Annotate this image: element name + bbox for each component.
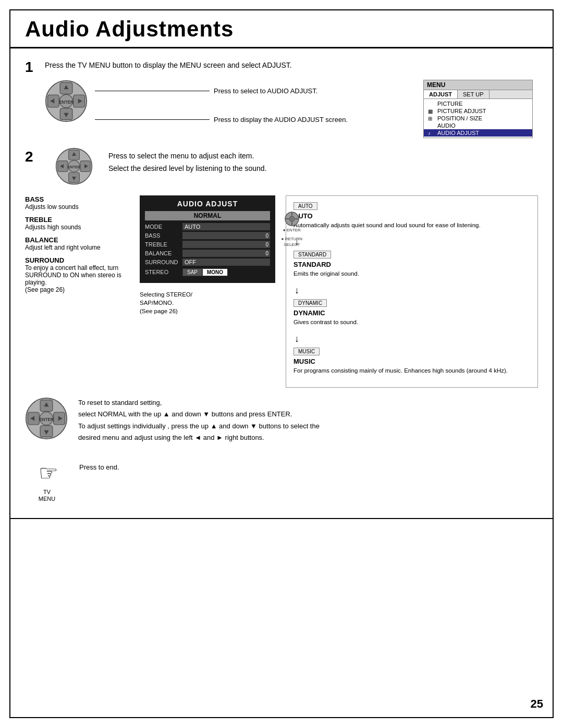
treble-label: TREBLE — [25, 216, 129, 224]
bass-label: BASS — [25, 195, 129, 203]
mode-auto-badge: AUTO — [293, 202, 317, 210]
dpad-step1: ENTER — [45, 80, 88, 122]
panel-note-line3: (See page 26) — [140, 307, 275, 315]
tv-menu-area: ☞ TVMENU — [35, 460, 58, 502]
panel-enter-label: ● ENTER — [283, 228, 301, 232]
dpad-step2: ENTER — [55, 147, 98, 190]
panel-bar-surround: OFF — [182, 258, 270, 266]
menu-items-list: PICTURE ▦ PICTURE ADJUST ⊞ POSITION / SI… — [424, 99, 532, 138]
section-step1: 1 Press the TV MENU button to display th… — [10, 58, 553, 144]
svg-text:ENTER: ENTER — [68, 165, 81, 169]
menu-item-position-size: ⊞ POSITION / SIZE — [424, 115, 532, 122]
menu-item-picture-adjust: ▦ PICTURE ADJUST — [424, 107, 532, 115]
mode-dynamic-name: DYNAMIC — [293, 309, 530, 317]
title-bar: Audio Adjustments — [10, 10, 553, 48]
step1-arrow2-text: Press to display the AUDIO ADJUST screen… — [214, 116, 348, 124]
step2-row: 2 ENTER Press to select th — [25, 147, 538, 190]
page-title: Audio Adjustments — [25, 17, 538, 42]
audio-adjust-panel: AUDIO ADJUST NORMAL MODE AUTO BASS 0 — [140, 195, 275, 283]
bottom-divider — [10, 518, 553, 519]
adj-treble: TREBLE Adjusts high sounds — [25, 216, 129, 231]
adj-balance: BALANCE Adjust left and right volume — [25, 236, 129, 251]
bottom-line1: To reset to standard setting, — [78, 397, 538, 409]
menu-title: MENU — [424, 80, 532, 90]
stereo-btn-sap[interactable]: SAP — [182, 268, 202, 276]
dpad-bottom: ENTER — [25, 397, 68, 440]
bottom-section: ENTER To reset to standard setting, sele… — [10, 388, 553, 443]
panel-note-line1: Selecting STEREO/ — [140, 290, 275, 299]
mode-standard: STANDARD STANDARD Emits the original sou… — [293, 250, 530, 278]
arrow-auto-standard: ↓ — [295, 237, 530, 248]
bass-desc: Adjusts low sounds — [25, 203, 129, 211]
menu-item-picture: PICTURE — [424, 100, 532, 107]
adj-surround: SURROUND To enjoy a concert hall effect,… — [25, 256, 129, 293]
panel-row-bass: BASS 0 — [145, 232, 270, 239]
mode-auto-desc: Automatically adjusts quiet sound and lo… — [293, 221, 530, 229]
bottom-line3: To adjust settings individually , press … — [78, 421, 538, 432]
menu-tab-adjust: ADJUST — [424, 90, 458, 98]
mode-dynamic-badge: DYNAMIC — [293, 299, 327, 307]
mode-music-badge: MUSIC — [293, 348, 320, 355]
menu-tab-setup: SET UP — [458, 90, 489, 98]
stereo-btn-mono[interactable]: MONO — [202, 268, 228, 276]
main-content: BASS Adjusts low sounds TREBLE Adjusts h… — [10, 195, 553, 388]
balance-desc: Adjust left and right volume — [25, 244, 129, 251]
audio-adjust-icon: ♪ — [428, 130, 435, 136]
mode-music-desc: For programs consisting mainly of music.… — [293, 366, 530, 375]
page-number: 25 — [531, 697, 543, 711]
press-end-text: Press to end. — [79, 463, 119, 471]
menu-tabs: ADJUST SET UP — [424, 90, 532, 99]
center-column: AUDIO ADJUST NORMAL MODE AUTO BASS 0 — [140, 195, 275, 388]
menu-item-audio: AUDIO — [424, 122, 532, 129]
picture-adjust-icon: ▦ — [428, 108, 435, 114]
panel-row-treble: TREBLE 0 — [145, 241, 270, 248]
svg-text:ENTER: ENTER — [59, 100, 74, 105]
panel-bar-balance: 0 — [182, 250, 270, 257]
mode-dynamic-desc: Gives contrast to sound. — [293, 318, 530, 326]
hand-pointer-icon: ☞ — [39, 460, 58, 486]
panel-normal: NORMAL — [145, 211, 270, 220]
panel-return-label: ● RETURN — [282, 237, 302, 241]
panel-bar-treble: 0 — [182, 241, 270, 248]
mode-standard-name: STANDARD — [293, 261, 530, 268]
step2-text2: Select the desired level by listening to… — [108, 164, 267, 172]
panel-row-surround: SURROUND OFF — [145, 258, 270, 266]
bottom-line2: select NORMAL with the up ▲ and down ▼ b… — [78, 409, 538, 420]
panel-select-label: SELECT — [284, 242, 300, 247]
panel-bar-bass: 0 — [182, 232, 270, 239]
bottom-line4: desired menu and adjust using the left ◄… — [78, 432, 538, 443]
step2-desc: Press to select the menu to adjust each … — [108, 152, 267, 172]
step1-arrow1-text: Press to select to AUDIO ADJUST. — [214, 87, 317, 95]
treble-desc: Adjusts high sounds — [25, 224, 129, 231]
panel-bar-mode: AUTO — [182, 223, 270, 230]
balance-label: BALANCE — [25, 236, 129, 244]
menu-item-audio-adjust: ♪ AUDIO ADJUST — [424, 129, 532, 137]
mode-dynamic: DYNAMIC DYNAMIC Gives contrast to sound. — [293, 298, 530, 326]
step1-number: 1 — [25, 59, 45, 76]
left-column: BASS Adjusts low sounds TREBLE Adjusts h… — [25, 195, 129, 388]
panel-title: AUDIO ADJUST — [145, 200, 270, 208]
section-step2: 2 ENTER Press to select th — [10, 147, 553, 190]
arrow-dynamic-music: ↓ — [295, 334, 530, 344]
panel-row-stereo: STEREO SAP MONO — [145, 267, 270, 276]
panel-note-line2: SAP/MONO. — [140, 299, 275, 307]
mode-standard-desc: Emits the original sound. — [293, 269, 530, 278]
tv-menu-label: TVMENU — [39, 489, 55, 502]
position-size-icon: ⊞ — [428, 116, 435, 121]
svg-text:ENTER: ENTER — [39, 417, 54, 422]
mode-auto: AUTO AUTO Automatically adjusts quiet so… — [293, 201, 530, 229]
page-container: Audio Adjustments 1 Press the TV MENU bu… — [9, 9, 554, 718]
mode-standard-badge: STANDARD — [293, 251, 331, 258]
panel-row-balance: BALANCE 0 — [145, 250, 270, 257]
svg-point-23 — [289, 216, 295, 221]
surround-desc2: (See page 26) — [25, 286, 129, 293]
stereo-options: SAP MONO — [182, 268, 228, 276]
mode-music-name: MUSIC — [293, 357, 530, 365]
bottom-text-block: To reset to standard setting, select NOR… — [78, 397, 538, 443]
step2-number: 2 — [25, 149, 45, 165]
mode-auto-name: AUTO — [293, 212, 530, 220]
step1-text: Press the TV MENU button to display the … — [45, 61, 538, 69]
right-column: AUTO AUTO Automatically adjusts quiet so… — [286, 195, 538, 388]
menu-box: MENU ADJUST SET UP PICTURE ▦ PICTURE ADJ… — [423, 80, 533, 138]
surround-label: SURROUND — [25, 256, 129, 264]
